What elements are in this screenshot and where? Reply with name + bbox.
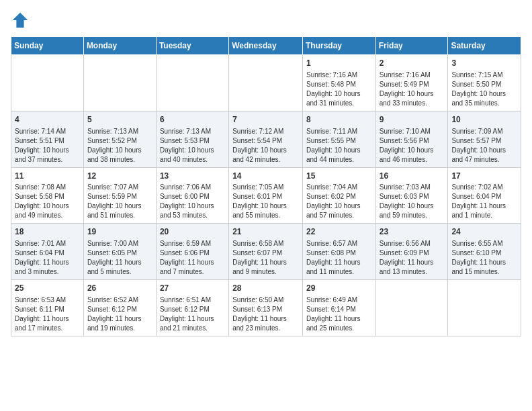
day-number: 9 — [380, 114, 445, 126]
day-info: Sunrise: 7:03 AM Sunset: 6:03 PM Dayligh… — [380, 183, 434, 219]
calendar-cell — [156, 55, 228, 111]
day-info: Sunrise: 7:15 AM Sunset: 5:50 PM Dayligh… — [451, 71, 506, 107]
day-number: 13 — [160, 171, 225, 182]
weekday-header: Saturday — [448, 37, 521, 55]
day-info: Sunrise: 7:16 AM Sunset: 5:48 PM Dayligh… — [306, 71, 361, 107]
day-number: 17 — [451, 171, 517, 182]
logo — [11, 11, 32, 30]
calendar-cell — [229, 55, 303, 111]
calendar-cell: 25Sunrise: 6:53 AM Sunset: 6:11 PM Dayli… — [11, 280, 84, 336]
calendar-body: 1Sunrise: 7:16 AM Sunset: 5:48 PM Daylig… — [11, 55, 521, 336]
calendar-cell: 14Sunrise: 7:05 AM Sunset: 6:01 PM Dayli… — [229, 167, 303, 224]
calendar-cell: 15Sunrise: 7:04 AM Sunset: 6:02 PM Dayli… — [302, 167, 375, 224]
calendar-cell: 5Sunrise: 7:13 AM Sunset: 5:52 PM Daylig… — [83, 111, 156, 167]
calendar-week-row: 25Sunrise: 6:53 AM Sunset: 6:11 PM Dayli… — [11, 280, 521, 336]
calendar-cell — [83, 55, 156, 111]
calendar-week-row: 1Sunrise: 7:16 AM Sunset: 5:48 PM Daylig… — [11, 55, 521, 111]
logo-icon — [11, 11, 30, 30]
day-info: Sunrise: 6:52 AM Sunset: 6:12 PM Dayligh… — [87, 296, 142, 332]
day-info: Sunrise: 6:51 AM Sunset: 6:12 PM Dayligh… — [160, 296, 214, 332]
weekday-header: Monday — [83, 37, 156, 55]
day-number: 28 — [232, 283, 299, 294]
calendar-cell: 7Sunrise: 7:12 AM Sunset: 5:54 PM Daylig… — [229, 111, 303, 167]
day-number: 15 — [306, 171, 372, 182]
calendar-table: SundayMondayTuesdayWednesdayThursdayFrid… — [11, 36, 521, 336]
calendar-week-row: 11Sunrise: 7:08 AM Sunset: 5:58 PM Dayli… — [11, 167, 521, 224]
day-info: Sunrise: 6:55 AM Sunset: 6:10 PM Dayligh… — [451, 240, 506, 275]
day-number: 23 — [380, 226, 445, 238]
calendar-cell: 18Sunrise: 7:01 AM Sunset: 6:04 PM Dayli… — [11, 224, 84, 280]
day-info: Sunrise: 7:05 AM Sunset: 6:01 PM Dayligh… — [232, 183, 287, 219]
calendar-cell: 8Sunrise: 7:11 AM Sunset: 5:55 PM Daylig… — [302, 111, 375, 167]
calendar-cell: 9Sunrise: 7:10 AM Sunset: 5:56 PM Daylig… — [375, 111, 448, 167]
calendar-week-row: 4Sunrise: 7:14 AM Sunset: 5:51 PM Daylig… — [11, 111, 521, 167]
day-number: 5 — [87, 114, 152, 126]
day-info: Sunrise: 7:09 AM Sunset: 5:57 PM Dayligh… — [451, 128, 506, 163]
day-number: 11 — [15, 171, 80, 182]
calendar-cell: 28Sunrise: 6:50 AM Sunset: 6:13 PM Dayli… — [229, 280, 303, 336]
day-number: 25 — [15, 283, 80, 294]
weekday-header: Wednesday — [229, 37, 303, 55]
day-info: Sunrise: 6:49 AM Sunset: 6:14 PM Dayligh… — [306, 296, 361, 332]
calendar-cell: 26Sunrise: 6:52 AM Sunset: 6:12 PM Dayli… — [83, 280, 156, 336]
calendar-cell: 22Sunrise: 6:57 AM Sunset: 6:08 PM Dayli… — [302, 224, 375, 280]
day-info: Sunrise: 6:57 AM Sunset: 6:08 PM Dayligh… — [306, 240, 361, 275]
day-info: Sunrise: 7:02 AM Sunset: 6:04 PM Dayligh… — [451, 183, 506, 219]
weekday-row: SundayMondayTuesdayWednesdayThursdayFrid… — [11, 37, 521, 55]
calendar-cell: 13Sunrise: 7:06 AM Sunset: 6:00 PM Dayli… — [156, 167, 228, 224]
day-info: Sunrise: 6:58 AM Sunset: 6:07 PM Dayligh… — [232, 240, 287, 275]
day-number: 14 — [232, 171, 299, 182]
calendar-cell: 16Sunrise: 7:03 AM Sunset: 6:03 PM Dayli… — [375, 167, 448, 224]
day-info: Sunrise: 7:07 AM Sunset: 5:59 PM Dayligh… — [87, 183, 142, 219]
calendar-cell: 23Sunrise: 6:56 AM Sunset: 6:09 PM Dayli… — [375, 224, 448, 280]
calendar-cell: 19Sunrise: 7:00 AM Sunset: 6:05 PM Dayli… — [83, 224, 156, 280]
weekday-header: Friday — [375, 37, 448, 55]
calendar-cell: 10Sunrise: 7:09 AM Sunset: 5:57 PM Dayli… — [448, 111, 521, 167]
calendar-cell — [448, 280, 521, 336]
calendar-cell: 6Sunrise: 7:13 AM Sunset: 5:53 PM Daylig… — [156, 111, 228, 167]
day-info: Sunrise: 7:10 AM Sunset: 5:56 PM Dayligh… — [380, 128, 434, 163]
day-info: Sunrise: 6:56 AM Sunset: 6:09 PM Dayligh… — [380, 240, 434, 275]
calendar-cell: 27Sunrise: 6:51 AM Sunset: 6:12 PM Dayli… — [156, 280, 228, 336]
day-info: Sunrise: 6:50 AM Sunset: 6:13 PM Dayligh… — [232, 296, 287, 332]
day-info: Sunrise: 7:13 AM Sunset: 5:52 PM Dayligh… — [87, 128, 142, 163]
page-header — [11, 11, 521, 30]
day-number: 7 — [232, 114, 299, 126]
day-info: Sunrise: 7:08 AM Sunset: 5:58 PM Dayligh… — [15, 183, 69, 219]
day-info: Sunrise: 6:59 AM Sunset: 6:06 PM Dayligh… — [160, 240, 214, 275]
day-number: 8 — [306, 114, 372, 126]
day-number: 12 — [87, 171, 152, 182]
day-number: 29 — [306, 283, 372, 294]
day-number: 2 — [380, 58, 445, 69]
day-info: Sunrise: 7:11 AM Sunset: 5:55 PM Dayligh… — [306, 128, 361, 163]
calendar-cell: 12Sunrise: 7:07 AM Sunset: 5:59 PM Dayli… — [83, 167, 156, 224]
calendar-cell: 4Sunrise: 7:14 AM Sunset: 5:51 PM Daylig… — [11, 111, 84, 167]
calendar-cell: 20Sunrise: 6:59 AM Sunset: 6:06 PM Dayli… — [156, 224, 228, 280]
day-number: 20 — [160, 226, 225, 238]
day-info: Sunrise: 7:16 AM Sunset: 5:49 PM Dayligh… — [380, 71, 434, 107]
day-number: 22 — [306, 226, 372, 238]
day-number: 21 — [232, 226, 299, 238]
day-info: Sunrise: 7:13 AM Sunset: 5:53 PM Dayligh… — [160, 128, 214, 163]
day-number: 10 — [451, 114, 517, 126]
day-info: Sunrise: 7:12 AM Sunset: 5:54 PM Dayligh… — [232, 128, 287, 163]
day-info: Sunrise: 7:14 AM Sunset: 5:51 PM Dayligh… — [15, 128, 69, 163]
day-info: Sunrise: 6:53 AM Sunset: 6:11 PM Dayligh… — [15, 296, 69, 332]
day-number: 4 — [15, 114, 80, 126]
day-number: 18 — [15, 226, 80, 238]
day-number: 27 — [160, 283, 225, 294]
calendar-week-row: 18Sunrise: 7:01 AM Sunset: 6:04 PM Dayli… — [11, 224, 521, 280]
day-number: 26 — [87, 283, 152, 294]
day-number: 24 — [451, 226, 517, 238]
calendar-cell — [375, 280, 448, 336]
weekday-header: Sunday — [11, 37, 84, 55]
day-number: 1 — [306, 58, 372, 69]
calendar-cell — [11, 55, 84, 111]
calendar-cell: 1Sunrise: 7:16 AM Sunset: 5:48 PM Daylig… — [302, 55, 375, 111]
weekday-header: Thursday — [302, 37, 375, 55]
day-number: 3 — [451, 58, 517, 69]
day-info: Sunrise: 7:06 AM Sunset: 6:00 PM Dayligh… — [160, 183, 214, 219]
calendar-cell: 29Sunrise: 6:49 AM Sunset: 6:14 PM Dayli… — [302, 280, 375, 336]
calendar-cell: 2Sunrise: 7:16 AM Sunset: 5:49 PM Daylig… — [375, 55, 448, 111]
calendar-header: SundayMondayTuesdayWednesdayThursdayFrid… — [11, 37, 521, 55]
